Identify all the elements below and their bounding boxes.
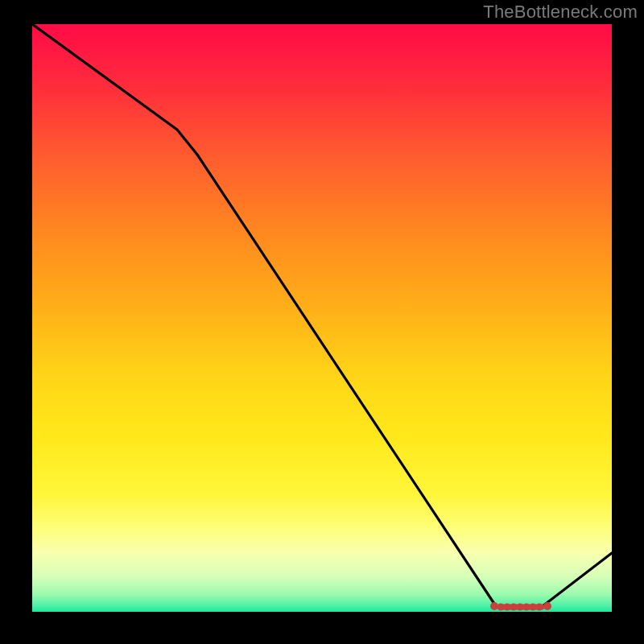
chart-line-group [32, 24, 612, 606]
attribution-label: TheBottleneck.com [483, 2, 638, 23]
chart-container: TheBottleneck.com [0, 0, 644, 644]
line-chart [32, 24, 612, 612]
svg-point-8 [543, 602, 551, 610]
chart-line [32, 24, 612, 606]
svg-rect-9 [497, 605, 544, 610]
plot-area [32, 24, 612, 612]
marker-band [490, 602, 551, 611]
svg-point-0 [490, 602, 498, 610]
